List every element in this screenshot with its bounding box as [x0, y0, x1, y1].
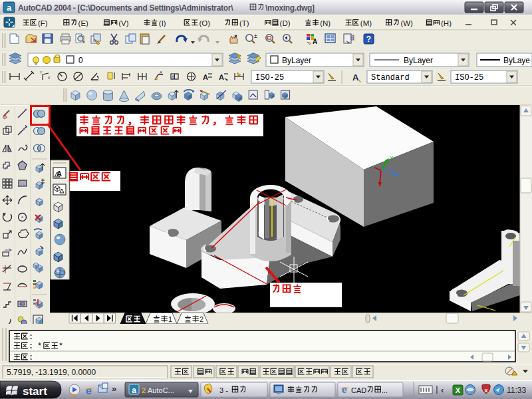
- svg-text:\moxing.dwg]: \moxing.dwg]: [265, 3, 315, 13]
- svg-text:A: A: [313, 38, 317, 45]
- svg-text:CAD: CAD: [351, 386, 366, 394]
- svg-text:A: A: [352, 72, 359, 82]
- svg-text:a: a: [7, 3, 12, 13]
- svg-text:AutoCAD 2004 - [C:\Documents a: AutoCAD 2004 - [C:\Documents and Setting…: [18, 3, 233, 13]
- svg-text:2: 2: [200, 315, 203, 323]
- svg-text:2: 2: [142, 386, 146, 394]
- svg-text::: :: [29, 342, 33, 351]
- svg-text:*: *: [59, 342, 63, 351]
- svg-text:(I): (I): [159, 19, 166, 27]
- svg-text:3 -: 3 -: [219, 386, 228, 394]
- svg-text:5.7919, -13.1919, 0.0000: 5.7919, -13.1919, 0.0000: [7, 368, 96, 377]
- svg-text:ByLayer: ByLayer: [282, 56, 311, 65]
- svg-text:»: »: [112, 384, 116, 394]
- svg-text:?: ?: [366, 35, 371, 44]
- svg-text:A: A: [160, 70, 162, 74]
- svg-text:(N): (N): [320, 19, 331, 27]
- svg-text:ISO-25: ISO-25: [255, 73, 284, 82]
- svg-text:(V): (V): [118, 19, 129, 27]
- svg-text:X: X: [456, 386, 461, 394]
- svg-text:0: 0: [78, 56, 83, 65]
- svg-text:*: *: [37, 342, 42, 351]
- svg-text:ISO-25: ISO-25: [455, 73, 483, 82]
- svg-text:(W): (W): [400, 19, 413, 27]
- svg-text:(T): (T): [239, 19, 249, 27]
- svg-text:(F): (F): [38, 19, 48, 27]
- svg-text::: :: [29, 332, 33, 342]
- svg-text:±: ±: [254, 33, 257, 39]
- svg-text:(M): (M): [360, 19, 372, 27]
- svg-text:e: e: [86, 385, 92, 396]
- svg-text:x: x: [484, 387, 487, 394]
- svg-text:(E): (E): [78, 19, 89, 27]
- svg-text:A: A: [219, 73, 224, 81]
- svg-text:(D): (D): [280, 19, 291, 27]
- svg-text:ByLaye: ByLaye: [503, 56, 530, 65]
- svg-text:‹: ‹: [441, 385, 444, 395]
- svg-text:a: a: [132, 386, 136, 395]
- svg-text:(H): (H): [441, 19, 452, 27]
- svg-text:AutoC...: AutoC...: [148, 386, 174, 394]
- svg-text::: :: [29, 353, 33, 362]
- svg-text:start: start: [23, 385, 47, 398]
- svg-text:e: e: [342, 384, 347, 395]
- svg-text:ByLayer: ByLayer: [404, 56, 433, 65]
- svg-text:1: 1: [168, 315, 172, 323]
- svg-text:11:33: 11:33: [507, 386, 526, 395]
- svg-text:A: A: [203, 73, 208, 81]
- svg-text:(O): (O): [199, 19, 210, 27]
- svg-text:Standard: Standard: [371, 73, 410, 82]
- svg-text:Y: Y: [390, 155, 394, 161]
- svg-text:...: ...: [382, 386, 388, 394]
- svg-text:Z: Z: [391, 166, 394, 172]
- svg-text:⊕: ⊕: [172, 74, 176, 79]
